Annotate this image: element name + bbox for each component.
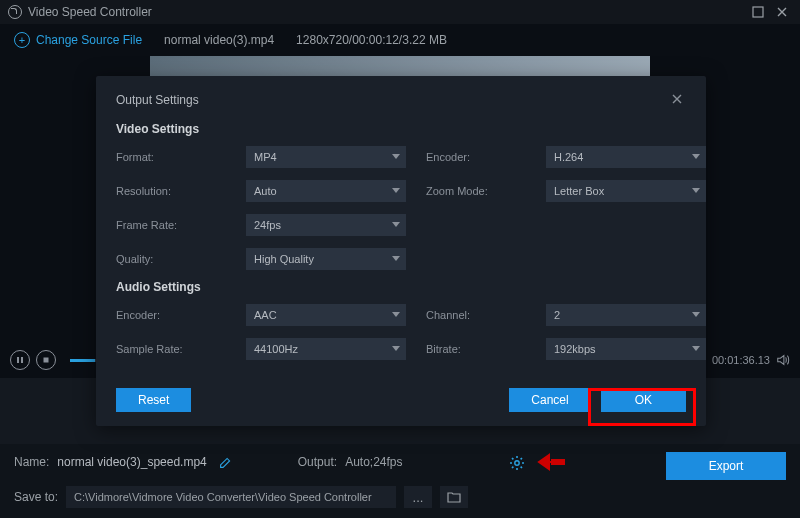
video-encoder-select[interactable]: H.264 <box>546 146 706 168</box>
channel-label: Channel: <box>426 309 526 321</box>
audio-settings-heading: Audio Settings <box>116 280 686 294</box>
svg-rect-2 <box>21 357 23 363</box>
samplerate-label: Sample Rate: <box>116 343 226 355</box>
samplerate-value: 44100Hz <box>254 343 298 355</box>
format-value: MP4 <box>254 151 277 163</box>
app-title: Video Speed Controller <box>28 5 152 19</box>
zoom-value: Letter Box <box>554 185 604 197</box>
channel-value: 2 <box>554 309 560 321</box>
zoom-select[interactable]: Letter Box <box>546 180 706 202</box>
save-to-label: Save to: <box>14 490 58 504</box>
framerate-label: Frame Rate: <box>116 219 226 231</box>
bitrate-select[interactable]: 192kbps <box>546 338 706 360</box>
output-value-box: Auto;24fps <box>345 455 495 469</box>
chevron-down-icon <box>692 346 700 351</box>
bitrate-value: 192kbps <box>554 343 596 355</box>
output-settings-button[interactable] <box>509 455 523 469</box>
app-logo-icon <box>8 5 22 19</box>
chevron-down-icon <box>392 154 400 159</box>
video-encoder-label: Encoder: <box>426 151 526 163</box>
video-settings-heading: Video Settings <box>116 122 686 136</box>
output-label: Output: <box>298 455 337 469</box>
reset-button[interactable]: Reset <box>116 388 191 412</box>
save-path-input[interactable] <box>66 486 396 508</box>
source-filename: normal video(3).mp4 <box>164 33 274 47</box>
bottom-panel: Name: normal video(3)_speed.mp4 Output: … <box>0 444 800 518</box>
quality-select[interactable]: High Quality <box>246 248 406 270</box>
chevron-down-icon <box>392 312 400 317</box>
annotation-arrow-icon <box>537 451 567 473</box>
volume-icon[interactable] <box>776 353 790 367</box>
progress-fill <box>70 359 95 362</box>
resolution-label: Resolution: <box>116 185 226 197</box>
ok-button[interactable]: OK <box>601 388 686 412</box>
modal-title: Output Settings <box>116 93 199 107</box>
toolbar: + Change Source File normal video(3).mp4… <box>0 24 800 56</box>
bitrate-label: Bitrate: <box>426 343 526 355</box>
play-button[interactable] <box>10 350 30 370</box>
chevron-down-icon <box>692 154 700 159</box>
svg-point-4 <box>515 461 519 465</box>
browse-button[interactable]: ... <box>404 486 432 508</box>
modal-close-button[interactable] <box>670 92 686 108</box>
video-encoder-value: H.264 <box>554 151 583 163</box>
minimize-button[interactable] <box>748 4 768 20</box>
audio-encoder-select[interactable]: AAC <box>246 304 406 326</box>
format-select[interactable]: MP4 <box>246 146 406 168</box>
cancel-button[interactable]: Cancel <box>509 388 590 412</box>
chevron-down-icon <box>392 188 400 193</box>
quality-label: Quality: <box>116 253 226 265</box>
svg-rect-1 <box>17 357 19 363</box>
audio-encoder-value: AAC <box>254 309 277 321</box>
edit-name-button[interactable] <box>219 456 232 469</box>
output-name: normal video(3)_speed.mp4 <box>57 455 206 469</box>
resolution-select[interactable]: Auto <box>246 180 406 202</box>
resolution-value: Auto <box>254 185 277 197</box>
chevron-down-icon <box>692 188 700 193</box>
export-button[interactable]: Export <box>666 452 786 480</box>
svg-rect-0 <box>753 7 763 17</box>
output-settings-modal: Output Settings Video Settings Format: M… <box>96 76 706 426</box>
source-fileinfo: 1280x720/00:00:12/3.22 MB <box>296 33 447 47</box>
plus-circle-icon: + <box>14 32 30 48</box>
audio-encoder-label: Encoder: <box>116 309 226 321</box>
svg-rect-3 <box>44 358 49 363</box>
chevron-down-icon <box>392 346 400 351</box>
framerate-value: 24fps <box>254 219 281 231</box>
close-button[interactable] <box>772 4 792 20</box>
quality-value: High Quality <box>254 253 314 265</box>
channel-select[interactable]: 2 <box>546 304 706 326</box>
output-value: Auto;24fps <box>345 455 402 469</box>
samplerate-select[interactable]: 44100Hz <box>246 338 406 360</box>
chevron-down-icon <box>392 222 400 227</box>
stop-button[interactable] <box>36 350 56 370</box>
open-folder-button[interactable] <box>440 486 468 508</box>
time-total: 00:01:36.13 <box>712 354 770 366</box>
chevron-down-icon <box>692 312 700 317</box>
change-source-label: Change Source File <box>36 33 142 47</box>
chevron-down-icon <box>392 256 400 261</box>
titlebar: Video Speed Controller <box>0 0 800 24</box>
framerate-select[interactable]: 24fps <box>246 214 406 236</box>
change-source-button[interactable]: + Change Source File <box>14 32 142 48</box>
format-label: Format: <box>116 151 226 163</box>
name-label: Name: <box>14 455 49 469</box>
zoom-label: Zoom Mode: <box>426 185 526 197</box>
